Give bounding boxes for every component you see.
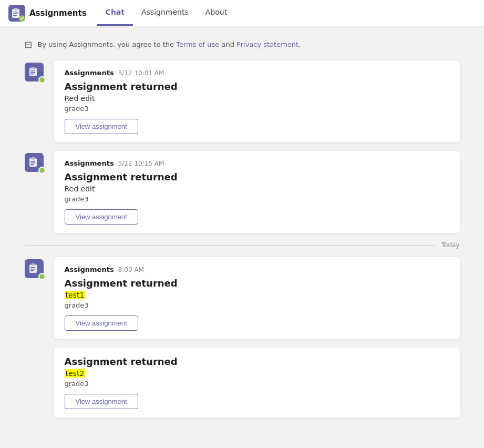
svg-rect-10 <box>31 67 35 69</box>
message-group-2: Assignments 5/12 10:15 AM Assignment ret… <box>16 151 468 233</box>
card-header-1: Assignments 5/12 10:01 AM <box>65 69 449 77</box>
card-grade-3: grade3 <box>65 301 449 309</box>
avatar-col-1 <box>25 60 46 142</box>
avatar-col-3 <box>25 257 46 339</box>
message-group-4: Assignment returned test2 grade3 View as… <box>16 348 468 418</box>
svg-rect-13 <box>30 74 34 75</box>
svg-rect-11 <box>30 70 35 72</box>
card-grade-2: grade3 <box>65 195 449 203</box>
svg-rect-19 <box>30 164 34 165</box>
terms-of-use-link[interactable]: Terms of use <box>176 40 219 48</box>
card-subtitle-3: test1 <box>65 291 449 299</box>
message-group-3: Assignments 8:00 AM Assignment returned … <box>16 257 468 339</box>
svg-rect-23 <box>30 267 35 268</box>
avatar-icon-1 <box>25 63 44 82</box>
timestamp-3: 8:00 AM <box>118 266 144 273</box>
card-subtitle-2: Red edit <box>65 185 449 193</box>
card-title-1: Assignment returned <box>65 81 449 92</box>
svg-rect-24 <box>30 269 35 270</box>
app-logo: Assignments <box>8 5 87 22</box>
avatar-icon-3 <box>25 259 44 278</box>
card-title-3: Assignment returned <box>65 278 449 289</box>
assignment-card-2: Assignments 5/12 10:15 AM Assignment ret… <box>54 151 460 233</box>
svg-rect-4 <box>13 12 18 13</box>
card-header-2: Assignments 5/12 10:15 AM <box>65 159 449 167</box>
svg-rect-12 <box>30 72 35 73</box>
sender-name-1: Assignments <box>65 69 114 77</box>
svg-rect-3 <box>14 8 18 10</box>
card-grade-4: grade3 <box>65 380 449 388</box>
avatar-col-2 <box>25 151 46 233</box>
svg-rect-6 <box>13 15 17 16</box>
tab-assignments[interactable]: Assignments <box>133 0 197 26</box>
avatar-online-badge-3 <box>38 273 46 280</box>
terms-bar: ⊟ By using Assignments, you agree to the… <box>16 39 468 50</box>
svg-rect-17 <box>30 161 35 162</box>
logo-icon <box>8 5 25 22</box>
svg-rect-22 <box>31 263 35 266</box>
assignment-card-4: Assignment returned test2 grade3 View as… <box>54 348 460 418</box>
tab-about[interactable]: About <box>197 0 235 26</box>
card-title-2: Assignment returned <box>65 171 449 182</box>
header-app-title: Assignments <box>29 8 87 18</box>
nav-tabs: Chat Assignments About <box>97 0 236 26</box>
assignment-card-3: Assignments 8:00 AM Assignment returned … <box>54 257 460 339</box>
app-header: Assignments Chat Assignments About <box>0 0 484 26</box>
view-assignment-button-2[interactable]: View assignment <box>65 209 138 225</box>
svg-rect-16 <box>31 157 35 159</box>
card-header-3: Assignments 8:00 AM <box>65 266 449 273</box>
view-assignment-button-3[interactable]: View assignment <box>65 315 138 331</box>
svg-rect-5 <box>13 13 18 14</box>
avatar-online-badge-1 <box>38 76 46 84</box>
tab-chat[interactable]: Chat <box>97 0 133 26</box>
terms-icon: ⊟ <box>25 39 33 50</box>
svg-rect-25 <box>30 270 34 271</box>
sender-name-3: Assignments <box>65 266 114 273</box>
privacy-statement-link[interactable]: Privacy statement <box>236 40 298 48</box>
avatar-icon-2 <box>25 153 44 172</box>
view-assignment-button-1[interactable]: View assignment <box>65 119 138 134</box>
terms-text: By using Assignments, you agree to the T… <box>38 40 301 48</box>
view-assignment-button-4[interactable]: View assignment <box>65 394 138 409</box>
message-group-1: Assignments 5/12 10:01 AM Assignment ret… <box>16 60 468 142</box>
svg-rect-18 <box>30 162 35 164</box>
timestamp-2: 5/12 10:15 AM <box>118 160 164 167</box>
timestamp-1: 5/12 10:01 AM <box>118 69 164 77</box>
avatar-online-badge-2 <box>38 167 46 174</box>
today-divider: Today <box>16 241 468 249</box>
card-subtitle-1: Red edit <box>65 94 449 103</box>
sender-name-2: Assignments <box>65 159 114 167</box>
main-content: ⊟ By using Assignments, you agree to the… <box>16 26 468 439</box>
card-grade-1: grade3 <box>65 105 449 113</box>
card-title-4: Assignment returned <box>65 356 449 367</box>
card-subtitle-4: test2 <box>65 369 449 378</box>
assignment-card-1: Assignments 5/12 10:01 AM Assignment ret… <box>54 60 460 142</box>
